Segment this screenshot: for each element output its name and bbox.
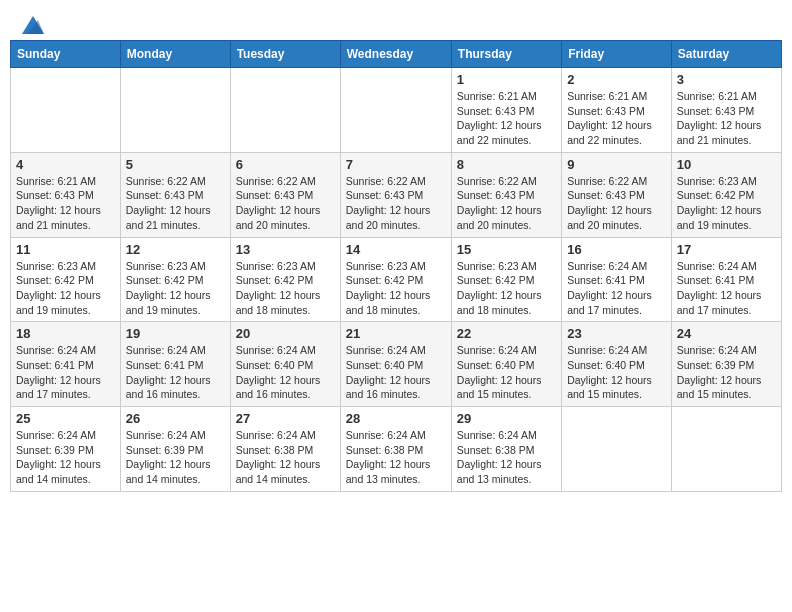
table-row <box>562 407 672 492</box>
calendar-week-row: 4Sunrise: 6:21 AM Sunset: 6:43 PM Daylig… <box>11 152 782 237</box>
day-number: 1 <box>457 72 556 87</box>
day-number: 8 <box>457 157 556 172</box>
day-info: Sunrise: 6:21 AM Sunset: 6:43 PM Dayligh… <box>16 174 115 233</box>
col-header-friday: Friday <box>562 41 672 68</box>
day-info: Sunrise: 6:24 AM Sunset: 6:40 PM Dayligh… <box>457 343 556 402</box>
day-number: 16 <box>567 242 666 257</box>
day-number: 20 <box>236 326 335 341</box>
calendar-table: Sunday Monday Tuesday Wednesday Thursday… <box>10 40 782 492</box>
day-number: 28 <box>346 411 446 426</box>
day-number: 27 <box>236 411 335 426</box>
table-row: 12Sunrise: 6:23 AM Sunset: 6:42 PM Dayli… <box>120 237 230 322</box>
day-info: Sunrise: 6:24 AM Sunset: 6:39 PM Dayligh… <box>677 343 776 402</box>
day-info: Sunrise: 6:24 AM Sunset: 6:40 PM Dayligh… <box>346 343 446 402</box>
day-number: 23 <box>567 326 666 341</box>
day-info: Sunrise: 6:24 AM Sunset: 6:39 PM Dayligh… <box>16 428 115 487</box>
table-row: 17Sunrise: 6:24 AM Sunset: 6:41 PM Dayli… <box>671 237 781 322</box>
day-info: Sunrise: 6:24 AM Sunset: 6:41 PM Dayligh… <box>677 259 776 318</box>
table-row: 4Sunrise: 6:21 AM Sunset: 6:43 PM Daylig… <box>11 152 121 237</box>
day-info: Sunrise: 6:22 AM Sunset: 6:43 PM Dayligh… <box>457 174 556 233</box>
col-header-thursday: Thursday <box>451 41 561 68</box>
table-row: 2Sunrise: 6:21 AM Sunset: 6:43 PM Daylig… <box>562 68 672 153</box>
table-row: 29Sunrise: 6:24 AM Sunset: 6:38 PM Dayli… <box>451 407 561 492</box>
day-info: Sunrise: 6:21 AM Sunset: 6:43 PM Dayligh… <box>457 89 556 148</box>
day-number: 11 <box>16 242 115 257</box>
table-row: 20Sunrise: 6:24 AM Sunset: 6:40 PM Dayli… <box>230 322 340 407</box>
day-number: 15 <box>457 242 556 257</box>
day-info: Sunrise: 6:24 AM Sunset: 6:38 PM Dayligh… <box>457 428 556 487</box>
day-info: Sunrise: 6:21 AM Sunset: 6:43 PM Dayligh… <box>677 89 776 148</box>
table-row: 1Sunrise: 6:21 AM Sunset: 6:43 PM Daylig… <box>451 68 561 153</box>
table-row: 11Sunrise: 6:23 AM Sunset: 6:42 PM Dayli… <box>11 237 121 322</box>
day-info: Sunrise: 6:24 AM Sunset: 6:41 PM Dayligh… <box>126 343 225 402</box>
day-info: Sunrise: 6:24 AM Sunset: 6:40 PM Dayligh… <box>567 343 666 402</box>
table-row: 27Sunrise: 6:24 AM Sunset: 6:38 PM Dayli… <box>230 407 340 492</box>
table-row <box>671 407 781 492</box>
table-row: 6Sunrise: 6:22 AM Sunset: 6:43 PM Daylig… <box>230 152 340 237</box>
day-info: Sunrise: 6:23 AM Sunset: 6:42 PM Dayligh… <box>126 259 225 318</box>
table-row: 3Sunrise: 6:21 AM Sunset: 6:43 PM Daylig… <box>671 68 781 153</box>
day-number: 10 <box>677 157 776 172</box>
day-info: Sunrise: 6:24 AM Sunset: 6:38 PM Dayligh… <box>236 428 335 487</box>
table-row <box>120 68 230 153</box>
logo <box>20 18 44 30</box>
table-row: 5Sunrise: 6:22 AM Sunset: 6:43 PM Daylig… <box>120 152 230 237</box>
day-info: Sunrise: 6:23 AM Sunset: 6:42 PM Dayligh… <box>677 174 776 233</box>
day-info: Sunrise: 6:24 AM Sunset: 6:40 PM Dayligh… <box>236 343 335 402</box>
table-row: 7Sunrise: 6:22 AM Sunset: 6:43 PM Daylig… <box>340 152 451 237</box>
day-number: 5 <box>126 157 225 172</box>
day-info: Sunrise: 6:22 AM Sunset: 6:43 PM Dayligh… <box>126 174 225 233</box>
day-number: 14 <box>346 242 446 257</box>
table-row: 18Sunrise: 6:24 AM Sunset: 6:41 PM Dayli… <box>11 322 121 407</box>
table-row <box>340 68 451 153</box>
day-info: Sunrise: 6:23 AM Sunset: 6:42 PM Dayligh… <box>346 259 446 318</box>
day-number: 17 <box>677 242 776 257</box>
day-info: Sunrise: 6:22 AM Sunset: 6:43 PM Dayligh… <box>567 174 666 233</box>
calendar-week-row: 11Sunrise: 6:23 AM Sunset: 6:42 PM Dayli… <box>11 237 782 322</box>
day-number: 22 <box>457 326 556 341</box>
day-number: 26 <box>126 411 225 426</box>
day-info: Sunrise: 6:24 AM Sunset: 6:41 PM Dayligh… <box>16 343 115 402</box>
day-number: 13 <box>236 242 335 257</box>
day-number: 24 <box>677 326 776 341</box>
table-row: 23Sunrise: 6:24 AM Sunset: 6:40 PM Dayli… <box>562 322 672 407</box>
day-info: Sunrise: 6:21 AM Sunset: 6:43 PM Dayligh… <box>567 89 666 148</box>
table-row <box>11 68 121 153</box>
day-number: 21 <box>346 326 446 341</box>
table-row: 13Sunrise: 6:23 AM Sunset: 6:42 PM Dayli… <box>230 237 340 322</box>
logo-icon <box>22 16 44 34</box>
day-info: Sunrise: 6:24 AM Sunset: 6:39 PM Dayligh… <box>126 428 225 487</box>
calendar-week-row: 1Sunrise: 6:21 AM Sunset: 6:43 PM Daylig… <box>11 68 782 153</box>
table-row: 22Sunrise: 6:24 AM Sunset: 6:40 PM Dayli… <box>451 322 561 407</box>
table-row: 9Sunrise: 6:22 AM Sunset: 6:43 PM Daylig… <box>562 152 672 237</box>
day-number: 7 <box>346 157 446 172</box>
col-header-monday: Monday <box>120 41 230 68</box>
day-number: 3 <box>677 72 776 87</box>
day-info: Sunrise: 6:22 AM Sunset: 6:43 PM Dayligh… <box>346 174 446 233</box>
calendar-header-row: Sunday Monday Tuesday Wednesday Thursday… <box>11 41 782 68</box>
day-number: 2 <box>567 72 666 87</box>
day-info: Sunrise: 6:24 AM Sunset: 6:38 PM Dayligh… <box>346 428 446 487</box>
table-row: 19Sunrise: 6:24 AM Sunset: 6:41 PM Dayli… <box>120 322 230 407</box>
table-row: 24Sunrise: 6:24 AM Sunset: 6:39 PM Dayli… <box>671 322 781 407</box>
day-number: 25 <box>16 411 115 426</box>
day-number: 6 <box>236 157 335 172</box>
table-row: 14Sunrise: 6:23 AM Sunset: 6:42 PM Dayli… <box>340 237 451 322</box>
table-row: 21Sunrise: 6:24 AM Sunset: 6:40 PM Dayli… <box>340 322 451 407</box>
day-info: Sunrise: 6:23 AM Sunset: 6:42 PM Dayligh… <box>457 259 556 318</box>
col-header-tuesday: Tuesday <box>230 41 340 68</box>
table-row: 8Sunrise: 6:22 AM Sunset: 6:43 PM Daylig… <box>451 152 561 237</box>
day-number: 9 <box>567 157 666 172</box>
day-info: Sunrise: 6:24 AM Sunset: 6:41 PM Dayligh… <box>567 259 666 318</box>
col-header-sunday: Sunday <box>11 41 121 68</box>
day-number: 19 <box>126 326 225 341</box>
day-number: 18 <box>16 326 115 341</box>
day-number: 29 <box>457 411 556 426</box>
day-info: Sunrise: 6:22 AM Sunset: 6:43 PM Dayligh… <box>236 174 335 233</box>
day-number: 4 <box>16 157 115 172</box>
table-row: 26Sunrise: 6:24 AM Sunset: 6:39 PM Dayli… <box>120 407 230 492</box>
header <box>10 10 782 34</box>
day-info: Sunrise: 6:23 AM Sunset: 6:42 PM Dayligh… <box>16 259 115 318</box>
page: Sunday Monday Tuesday Wednesday Thursday… <box>0 0 792 502</box>
table-row: 10Sunrise: 6:23 AM Sunset: 6:42 PM Dayli… <box>671 152 781 237</box>
